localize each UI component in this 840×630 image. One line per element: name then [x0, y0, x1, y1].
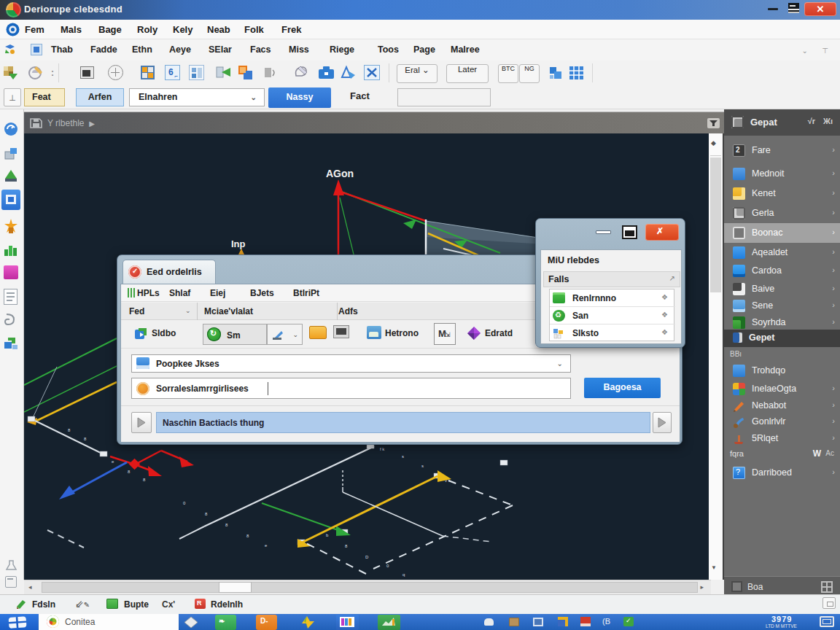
svg-text:8: 8 [345, 544, 348, 548]
svg-text:8: 8 [225, 523, 228, 527]
svg-text:s: s [402, 454, 404, 459]
svg-text:8: 8 [246, 534, 249, 538]
svg-text:8: 8 [68, 428, 71, 432]
svg-text:8: 8 [84, 437, 87, 441]
svg-text:Inp: Inp [231, 238, 246, 249]
svg-text:0: 0 [386, 564, 389, 568]
svg-text:e: e [112, 459, 114, 464]
svg-text:s: s [421, 464, 424, 468]
svg-text:D: D [365, 555, 369, 559]
svg-text:0: 0 [183, 501, 186, 505]
svg-text:e: e [265, 543, 268, 548]
svg-text:b: b [326, 533, 329, 537]
svg-text:8: 8 [128, 470, 131, 474]
svg-text:8: 8 [205, 512, 208, 516]
svg-text:f k: f k [380, 447, 385, 451]
svg-text:AGon: AGon [326, 168, 354, 179]
svg-text:8: 8 [143, 478, 146, 482]
svg-text:q: q [402, 572, 405, 577]
